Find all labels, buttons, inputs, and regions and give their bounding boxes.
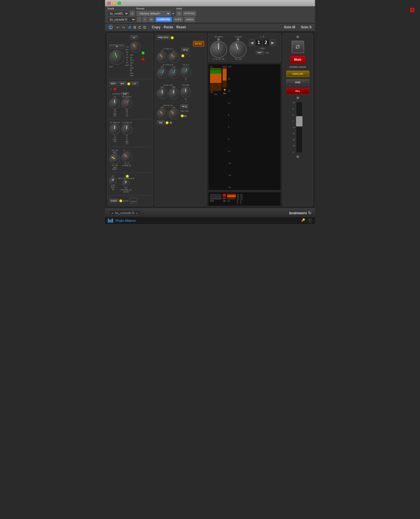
hiq1-gain-knob[interactable]: [168, 52, 179, 63]
a-btn[interactable]: A: [128, 25, 131, 29]
inv-btn[interactable]: INV: [118, 82, 126, 86]
hpf-knob[interactable]: [130, 41, 141, 52]
eq-btn[interactable]: EQ: [157, 120, 165, 125]
hiq2-freq-col: 240: [157, 106, 168, 119]
fader-track[interactable]: [296, 102, 303, 153]
hiq1-right: HI-Q - ⌒ +: [180, 48, 190, 63]
led-3: [125, 149, 127, 152]
auto-icon-btn[interactable]: ⊡: [176, 11, 182, 16]
out-bar-6: [223, 74, 227, 75]
plus-btn[interactable]: +: [142, 17, 147, 22]
hiq1-gain-col: -3: [168, 50, 179, 63]
lo-gain-knob[interactable]: [168, 88, 179, 99]
gain-knob[interactable]: [121, 98, 132, 109]
insc-btn[interactable]: IN SC: [193, 41, 204, 47]
hyst-knob[interactable]: [109, 98, 120, 109]
undo-redo: ↩ ↪: [116, 25, 125, 29]
in-gain-knob[interactable]: [210, 41, 227, 58]
off-btn[interactable]: OFF: [256, 51, 264, 55]
hiq2-gain-knob[interactable]: [168, 108, 179, 119]
reset-btn[interactable]: Reset: [177, 25, 186, 29]
lpf-knob[interactable]: [109, 50, 124, 65]
all-btn[interactable]: ALL: [286, 88, 309, 94]
ch-next-btn[interactable]: ▶: [270, 39, 276, 46]
redo-icon[interactable]: ↪: [122, 25, 125, 29]
predyn-row: PRE DYN: [157, 35, 204, 40]
out-bar-10: [223, 78, 227, 79]
power-btn[interactable]: ⏻: [108, 25, 113, 30]
meters-row: +3: [210, 66, 279, 188]
lo-freq-knob[interactable]: [157, 88, 168, 99]
exp-btn[interactable]: EXP: [121, 92, 129, 96]
x3-btn[interactable]: x3: [130, 35, 138, 40]
preset-select[interactable]: <factory default>: [136, 11, 171, 16]
ch-prev-btn[interactable]: ◀: [249, 39, 255, 46]
scale-m12: -12: [228, 162, 231, 164]
maximize-btn[interactable]: [118, 1, 121, 5]
hiq1-btn[interactable]: HI-Q: [181, 48, 189, 52]
hiq2-btn[interactable]: HI-Q: [180, 104, 188, 109]
mid-q-knob[interactable]: [180, 66, 191, 77]
mid-gain-knob[interactable]: [168, 68, 179, 79]
one-btn[interactable]: ONE: [286, 79, 309, 86]
track-select[interactable]: bx_rooMS: [107, 11, 129, 16]
out-bar-11: [223, 80, 227, 80]
fader-handle[interactable]: [296, 116, 302, 126]
out-bars: [223, 68, 227, 87]
compare-btn[interactable]: COMPARE: [155, 17, 172, 22]
v-gain-knob[interactable]: [229, 41, 247, 58]
safe-btn[interactable]: SAFE: [173, 17, 183, 22]
thr-knob[interactable]: [109, 124, 120, 134]
scale-24: +24: [228, 66, 231, 68]
rel-section: 0.3 0.03 REL 3s REL2 RAT lim pull: [109, 175, 151, 193]
gate-led: [120, 200, 122, 202]
phase-btn[interactable]: Ø: [292, 41, 304, 53]
paste-btn[interactable]: Paste: [164, 25, 173, 29]
solo-s-btn[interactable]: Solo S: [301, 25, 312, 29]
lo-q-knob[interactable]: [180, 87, 191, 98]
rel1-knob[interactable]: [109, 177, 117, 185]
gate-btn[interactable]: GATE: [109, 199, 118, 203]
native-btn[interactable]: Native: [184, 17, 195, 22]
exp-25: 25: [237, 196, 239, 198]
track2-select[interactable]: bx_console N: [107, 17, 136, 22]
fader-10-bot: 10: [293, 126, 295, 128]
hiq2-right: HI-Q 150 100 ⊳: [180, 104, 189, 119]
mix-knob[interactable]: [109, 153, 120, 164]
c-btn[interactable]: C: [138, 25, 141, 29]
key-btn[interactable]: KEY: [109, 82, 117, 86]
d-btn[interactable]: D: [143, 25, 146, 29]
vu-bar-l5: [210, 73, 221, 74]
gain-row: IN GAIN 0 -10 -10 -95: [210, 35, 279, 60]
bypass-btn[interactable]: BYPASS: [183, 11, 196, 16]
predyn-btn[interactable]: PRE DYN: [157, 35, 170, 40]
ch2-display: 2: [263, 39, 269, 46]
rel2-knob[interactable]: [122, 179, 130, 187]
fader-5-top: 5: [293, 108, 295, 110]
vu-bar-l8: [210, 76, 221, 77]
rge-knob[interactable]: [121, 152, 132, 163]
hiq1-freq-knob[interactable]: [157, 52, 168, 63]
minus-btn[interactable]: -: [137, 17, 141, 22]
hiq2-freq-knob[interactable]: [157, 108, 168, 119]
auto-row: AUTO: [123, 191, 129, 193]
solo-m-btn[interactable]: Solo M: [284, 25, 295, 29]
thr2-knob[interactable]: [121, 124, 132, 134]
undo-icon[interactable]: ↩: [116, 25, 120, 29]
phase-symbol: Ø: [296, 44, 300, 50]
copy-preset-btn[interactable]: ⊡: [148, 17, 154, 22]
close-btn[interactable]: [107, 1, 111, 5]
far-right-panel: Ø Mute STEREO MODE ANALOG ONE ALL 10 5: [283, 33, 313, 206]
div3-btn[interactable]: /3: [109, 44, 124, 49]
analog-btn[interactable]: ANALOG: [286, 71, 309, 77]
copy-btn[interactable]: Copy: [152, 25, 161, 29]
fader-20: 20: [293, 132, 295, 134]
fader-5-bot: 5: [293, 120, 295, 122]
minimize-btn[interactable]: [112, 1, 116, 5]
b-btn[interactable]: B: [133, 25, 136, 29]
mute-btn[interactable]: Mute: [290, 56, 305, 64]
lc-btn[interactable]: L/C: [130, 82, 138, 86]
help-btn[interactable]: ?: [308, 218, 312, 223]
mid-freq-knob[interactable]: [157, 68, 168, 79]
track-e-btn[interactable]: e: [130, 11, 135, 16]
